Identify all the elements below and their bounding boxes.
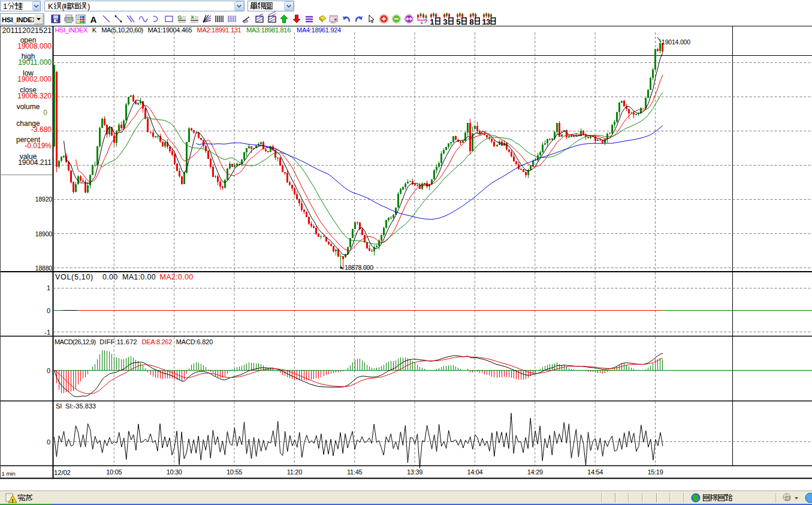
svg-text:A: A [90, 14, 97, 25]
svg-text:K: K [48, 2, 53, 11]
svg-text:VOL(5,10): VOL(5,10) [55, 273, 93, 281]
svg-text:13: 13 [482, 17, 491, 26]
svg-text:1: 1 [430, 17, 434, 26]
svg-text:11:45: 11:45 [347, 468, 362, 476]
svg-text:0: 0 [47, 307, 50, 314]
svg-text:-0.019%: -0.019% [25, 142, 52, 150]
svg-text:19011.000: 19011.000 [18, 58, 52, 67]
svg-text:HSI_INDEX: HSI_INDEX [2, 16, 37, 23]
svg-text:HSI_INDEX: HSI_INDEX [55, 26, 89, 34]
svg-text:MA1:19004.465: MA1:19004.465 [148, 26, 192, 34]
svg-text:!: ! [12, 498, 14, 504]
svg-text:10:05: 10:05 [106, 468, 122, 476]
svg-text:18900: 18900 [35, 230, 53, 238]
svg-text:19014.000: 19014.000 [662, 38, 690, 46]
svg-text:MA2:18991.131: MA2:18991.131 [197, 26, 242, 34]
svg-text:3: 3 [443, 17, 448, 26]
svg-text:201112021521: 201112021521 [2, 26, 52, 35]
svg-text:10:30: 10:30 [167, 468, 182, 476]
svg-text:18880: 18880 [35, 264, 53, 272]
svg-text:18920: 18920 [35, 196, 53, 203]
svg-text:10:55: 10:55 [227, 468, 242, 476]
svg-text:8: 8 [469, 17, 474, 26]
svg-text:13:39: 13:39 [407, 468, 422, 476]
svg-text:1: 1 [47, 284, 50, 291]
svg-text:volume: volume [17, 103, 40, 111]
svg-text:DEA:8.262: DEA:8.262 [142, 338, 173, 345]
svg-text:19002.000: 19002.000 [17, 75, 52, 83]
svg-text:MACD:6.820: MACD:6.820 [176, 338, 213, 345]
svg-text:MA4:18961.924: MA4:18961.924 [297, 26, 341, 34]
svg-text:-3.680: -3.680 [31, 125, 52, 134]
svg-text:19006.320: 19006.320 [17, 92, 52, 100]
svg-text:19004.211: 19004.211 [18, 158, 52, 167]
svg-text:0.00: 0.00 [102, 273, 118, 281]
svg-text:12/02: 12/02 [54, 469, 71, 476]
svg-text:MA1:0.00: MA1:0.00 [122, 273, 156, 281]
svg-text:5: 5 [456, 17, 461, 26]
svg-text:1: 1 [3, 2, 7, 11]
svg-text:14:29: 14:29 [527, 468, 543, 476]
svg-text:G: G [177, 14, 182, 20]
svg-text:K: K [92, 26, 97, 34]
svg-text:): ) [87, 2, 90, 11]
svg-text:11:20: 11:20 [287, 468, 302, 476]
svg-text:14:04: 14:04 [467, 468, 482, 476]
svg-text:c: c [421, 20, 423, 25]
svg-text:-1: -1 [44, 329, 50, 336]
svg-text:1 min: 1 min [2, 470, 16, 477]
svg-text:0: 0 [47, 438, 50, 446]
svg-text:14:54: 14:54 [587, 468, 603, 476]
svg-text:MA3:18981.816: MA3:18981.816 [246, 26, 291, 34]
svg-text:X: X [191, 14, 194, 20]
svg-text:MA(5,10,20,60): MA(5,10,20,60) [101, 26, 143, 34]
svg-text:SI: SI [56, 402, 62, 410]
svg-text:SI:-35.833: SI:-35.833 [65, 402, 96, 410]
svg-text:18878.000: 18878.000 [345, 264, 373, 271]
svg-text:19008.000: 19008.000 [17, 42, 52, 50]
svg-text:MA2:0.00: MA2:0.00 [160, 273, 194, 281]
svg-text:MACD(26,12,9): MACD(26,12,9) [55, 338, 96, 345]
svg-text:0: 0 [43, 109, 47, 117]
svg-text:0: 0 [47, 367, 50, 374]
svg-text:15:19: 15:19 [647, 468, 663, 476]
svg-text:DIFF:11.672: DIFF:11.672 [99, 338, 137, 345]
